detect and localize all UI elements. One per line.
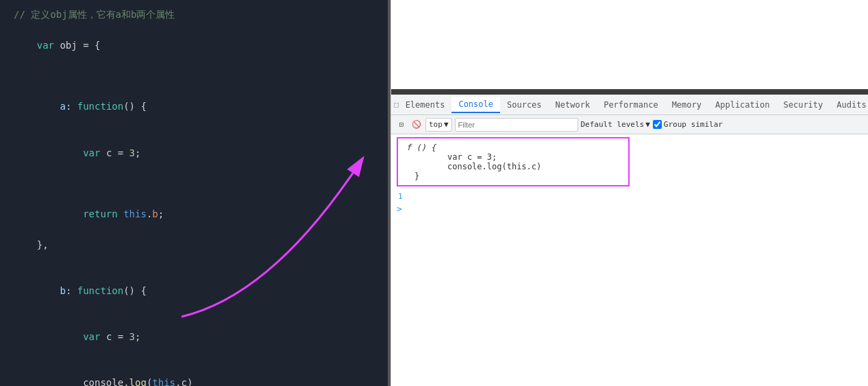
code-var-c: var c = 3; [447,152,497,162]
console-toolbar: ⊡ 🚫 top ▼ Default levels ▼ Group similar [391,115,868,134]
tab-network[interactable]: Network [549,97,597,112]
console-output-line-1: f () { [406,143,620,152]
code-line: }, [14,237,374,252]
code-line: a: function() { [14,84,374,130]
context-label: top [429,120,443,129]
code-line: console.log(this.c) [14,360,374,386]
code-blank [14,252,374,267]
filter-input-wrapper[interactable] [455,118,578,132]
devtools-tabs-bar: ⬚ Elements Console Sources Network Perfo… [391,95,868,115]
code-comment: // 定义obj属性，它有a和b两个属性 [14,7,374,22]
console-output-line-2: var c = 3; [406,152,620,162]
default-levels-label: Default levels [581,120,645,129]
tab-audits[interactable]: Audits [830,97,868,112]
group-similar-label: Group similar [664,120,723,129]
devtools-panel: ⬚ Elements Console Sources Network Perfo… [390,0,868,386]
func-signature: f () { [406,143,436,152]
default-levels-dropdown[interactable]: Default levels ▼ [581,120,650,129]
console-prompt-row[interactable]: > [397,204,863,214]
tab-memory[interactable]: Memory [665,97,708,112]
result-number: 1 [398,192,403,201]
dropdown-triangle: ▼ [645,120,650,129]
code-line: var c = 3; [14,314,374,360]
group-similar-option[interactable]: Group similar [653,120,723,129]
tab-performance[interactable]: Performance [597,97,665,112]
console-output-box: f () { var c = 3; console.log(this.c) } [397,137,630,186]
cursor-icon: ⬚ [394,99,399,110]
context-dropdown[interactable]: top ▼ [425,118,452,132]
tab-application[interactable]: Application [708,97,776,112]
tab-elements[interactable]: Elements [399,97,452,112]
group-similar-checkbox[interactable] [653,120,662,129]
tab-console[interactable]: Console [451,97,500,113]
block-icon-btn[interactable]: ⊡ [395,119,408,131]
console-prompt-symbol: > [397,204,402,214]
console-content: f () { var c = 3; console.log(this.c) } … [391,134,868,386]
tab-sources[interactable]: Sources [500,97,549,112]
filter-input[interactable] [458,121,575,129]
code-editor: // 定义obj属性，它有a和b两个属性 var obj = { a: func… [0,0,388,386]
code-blank [14,176,374,191]
tab-security[interactable]: Security [776,97,830,112]
devtools-header-bar [391,89,868,95]
dropdown-arrow: ▼ [444,120,449,129]
code-line: b: function() { [14,268,374,314]
code-blank [14,69,374,84]
code-line: var obj = { [14,22,374,68]
console-output-line-3: console.log(this.c) [406,162,620,171]
code-line: var c = 3; [14,130,374,176]
browser-page-area [391,0,868,89]
console-result-row: 1 [398,192,863,201]
code-line: return this.b; [14,191,374,237]
clear-console-btn[interactable]: 🚫 [410,119,423,131]
code-console-log: console.log(this.c) [447,162,541,171]
closing-brace: } [414,171,419,181]
console-output-line-4: } [406,171,620,181]
